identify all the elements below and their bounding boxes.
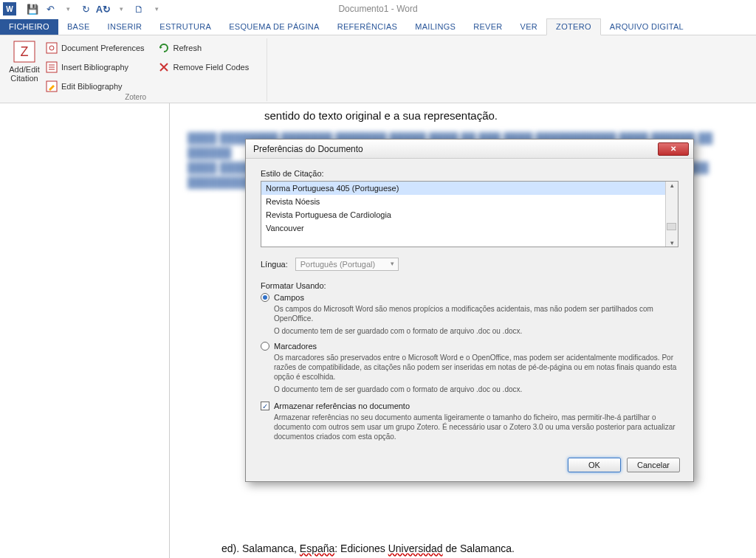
bookmarks-radio-label: Marcadores [274, 342, 317, 351]
edit-bib-icon [46, 80, 58, 92]
edit-bibliography-label: Edit Bibliography [61, 82, 123, 91]
citation-style-listbox[interactable]: Norma Portuguesa 405 (Portuguese) Revist… [261, 181, 678, 247]
window-title: Documento1 - Word [338, 4, 417, 14]
language-value: Português (Portugal) [300, 260, 376, 269]
title-bar: W 💾 ↶ ▾ ↻ A↻ ▾ 🗋 ▾ Documento1 - Word [0, 0, 756, 18]
repeat-icon[interactable]: A↻ [97, 3, 109, 15]
fields-description-1: Os campos do Microsoft Word são menos pr… [274, 304, 678, 323]
style-item[interactable]: Revista Portuguesa de Cardiologia [261, 208, 678, 221]
tab-arquivo-digital[interactable]: ARQUIVO DIGITAL [601, 19, 693, 35]
gear-icon [46, 42, 58, 54]
add-edit-citation-button[interactable]: Z Add/Edit Citation [4, 38, 44, 94]
word-app-icon: W [3, 2, 16, 16]
remove-codes-icon [158, 61, 170, 73]
svg-text:Z: Z [21, 44, 29, 59]
edit-bibliography-button[interactable]: Edit Bibliography [44, 78, 146, 94]
undo-dropdown-icon[interactable]: ▾ [62, 3, 74, 15]
dialog-titlebar[interactable]: Preferências do Documento ✕ [246, 140, 693, 159]
bookmarks-description-2: O documento tem de ser guardado com o fo… [274, 385, 678, 394]
fields-radio-label: Campos [274, 293, 304, 302]
style-item[interactable]: Revista Nóesis [261, 195, 678, 208]
ribbon-tabs: FICHEIRO BASE INSERIR ESTRUTURA ESQUEMA … [0, 18, 756, 35]
new-doc-icon[interactable]: 🗋 [133, 3, 145, 15]
qat-dropdown-icon[interactable]: ▾ [115, 3, 127, 15]
zotero-citation-icon: Z [13, 40, 36, 63]
tab-structure[interactable]: ESTRUTURA [151, 19, 220, 35]
fields-radio[interactable] [261, 293, 269, 302]
quick-access-toolbar: W 💾 ↶ ▾ ↻ A↻ ▾ 🗋 ▾ [3, 2, 162, 16]
close-button[interactable]: ✕ [658, 142, 689, 156]
insert-bibliography-label: Insert Bibliography [61, 63, 128, 72]
tab-file[interactable]: FICHEIRO [0, 19, 58, 35]
ribbon-group-zotero: Z Add/Edit Citation Document Preferences… [4, 38, 267, 101]
tab-zotero[interactable]: ZOTERO [546, 18, 601, 35]
tab-page-layout[interactable]: ESQUEMA DE PÁGINA [220, 19, 328, 35]
ribbon-body: Z Add/Edit Citation Document Preferences… [0, 35, 756, 103]
refresh-label: Refresh [173, 44, 202, 52]
tab-insert[interactable]: INSERIR [99, 19, 151, 35]
close-icon: ✕ [670, 145, 676, 153]
tab-home[interactable]: BASE [58, 19, 99, 35]
undo-icon[interactable]: ↶ [44, 3, 56, 15]
ok-button[interactable]: OK [568, 458, 621, 472]
style-item-selected[interactable]: Norma Portuguesa 405 (Portuguese) [261, 182, 678, 195]
format-using-label: Formatar Usando: [261, 281, 678, 290]
remove-field-codes-label: Remove Field Codes [173, 63, 250, 72]
listbox-scrollbar[interactable] [665, 182, 678, 247]
document-reference-line: ed). Salamanca, España: Ediciones Univer… [221, 542, 749, 554]
refresh-icon [158, 42, 170, 54]
navigation-panel[interactable] [0, 103, 170, 558]
dialog-title: Preferências do Documento [253, 144, 363, 154]
insert-bibliography-button[interactable]: Insert Bibliography [44, 59, 146, 75]
scrollbar-thumb[interactable] [667, 223, 676, 230]
cancel-button[interactable]: Cancelar [627, 458, 680, 472]
add-edit-citation-label: Add/Edit Citation [9, 65, 40, 83]
style-item[interactable]: Vancouver [261, 221, 678, 235]
remove-field-codes-button[interactable]: Remove Field Codes [157, 59, 251, 75]
language-combobox[interactable]: Português (Portugal) [295, 258, 399, 271]
qat-custom-dropdown-icon[interactable]: ▾ [151, 3, 162, 15]
tab-view[interactable]: VER [512, 19, 547, 35]
store-refs-label: Armazenar referências no documento [274, 402, 410, 410]
refresh-button[interactable]: Refresh [157, 40, 251, 56]
save-icon[interactable]: 💾 [27, 3, 38, 15]
tab-references[interactable]: REFERÊNCIAS [329, 19, 407, 35]
document-text-line: sentido do texto original e a sua repres… [264, 109, 749, 122]
bookmarks-description-1: Os marcadores são preservados entre o Mi… [274, 353, 678, 382]
document-preferences-label: Document Preferences [61, 44, 145, 52]
citation-style-label: Estilo de Citação: [261, 169, 678, 178]
store-refs-checkbox[interactable]: ✓ [261, 402, 269, 410]
fields-description-2: O documento tem de ser guardado com o fo… [274, 326, 678, 336]
document-preferences-button[interactable]: Document Preferences [44, 40, 146, 56]
tab-review[interactable]: REVER [464, 19, 511, 35]
document-preferences-dialog: Preferências do Documento ✕ Estilo de Ci… [245, 139, 694, 482]
svg-rect-2 [47, 43, 57, 53]
ribbon-group-label: Zotero [4, 93, 267, 101]
language-label: Língua: [261, 260, 288, 269]
store-refs-description: Armazenar referências no seu documento a… [274, 413, 678, 441]
bookmarks-radio[interactable] [261, 342, 269, 351]
insert-bib-icon [46, 61, 58, 73]
redo-icon[interactable]: ↻ [80, 3, 92, 15]
tab-mailings[interactable]: MAILINGS [406, 19, 464, 35]
